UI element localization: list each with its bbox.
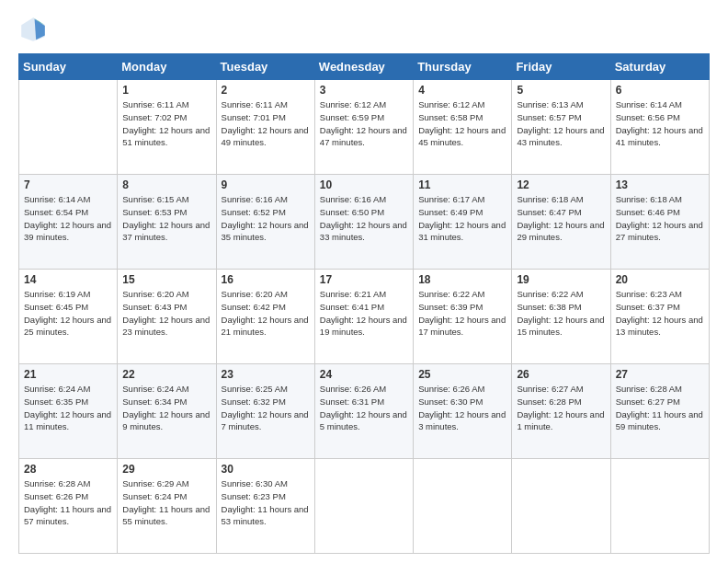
calendar-cell: 15Sunrise: 6:20 AMSunset: 6:43 PMDayligh… xyxy=(118,270,216,364)
cell-sun-info: Sunrise: 6:17 AMSunset: 6:49 PMDaylight:… xyxy=(418,193,506,244)
day-number: 26 xyxy=(517,368,605,381)
cell-sun-info: Sunrise: 6:26 AMSunset: 6:30 PMDaylight:… xyxy=(418,383,506,433)
calendar-cell: 10Sunrise: 6:16 AMSunset: 6:50 PMDayligh… xyxy=(314,175,413,270)
cell-sun-info: Sunrise: 6:26 AMSunset: 6:31 PMDaylight:… xyxy=(320,383,408,433)
day-number: 29 xyxy=(122,463,210,476)
calendar-cell: 3Sunrise: 6:12 AMSunset: 6:59 PMDaylight… xyxy=(314,80,413,175)
calendar-cell: 19Sunrise: 6:22 AMSunset: 6:38 PMDayligh… xyxy=(512,270,610,364)
calendar-cell: 16Sunrise: 6:20 AMSunset: 6:42 PMDayligh… xyxy=(216,270,314,364)
day-number: 4 xyxy=(418,84,506,97)
calendar-cell: 4Sunrise: 6:12 AMSunset: 6:58 PMDaylight… xyxy=(414,80,512,175)
calendar-cell: 27Sunrise: 6:28 AMSunset: 6:27 PMDayligh… xyxy=(610,364,709,459)
day-number: 25 xyxy=(418,368,506,381)
calendar-cell: 23Sunrise: 6:25 AMSunset: 6:32 PMDayligh… xyxy=(216,364,314,459)
cell-sun-info: Sunrise: 6:13 AMSunset: 6:57 PMDaylight:… xyxy=(517,98,605,149)
day-number: 16 xyxy=(222,273,310,286)
calendar-cell: 25Sunrise: 6:26 AMSunset: 6:30 PMDayligh… xyxy=(414,364,512,459)
cell-sun-info: Sunrise: 6:19 AMSunset: 6:45 PMDaylight:… xyxy=(24,288,112,339)
logo xyxy=(18,15,51,44)
day-number: 5 xyxy=(517,84,605,97)
calendar-week-1: 1Sunrise: 6:11 AMSunset: 7:02 PMDaylight… xyxy=(19,80,710,175)
cell-sun-info: Sunrise: 6:14 AMSunset: 6:54 PMDaylight:… xyxy=(24,193,112,244)
cell-sun-info: Sunrise: 6:22 AMSunset: 6:39 PMDaylight:… xyxy=(418,288,506,339)
day-number: 27 xyxy=(616,368,704,381)
cell-sun-info: Sunrise: 6:22 AMSunset: 6:38 PMDaylight:… xyxy=(517,288,605,339)
calendar-cell: 24Sunrise: 6:26 AMSunset: 6:31 PMDayligh… xyxy=(314,364,413,459)
day-number: 21 xyxy=(24,368,112,381)
cell-sun-info: Sunrise: 6:16 AMSunset: 6:50 PMDaylight:… xyxy=(320,193,408,244)
header-day-tuesday: Tuesday xyxy=(216,54,314,80)
calendar-week-4: 21Sunrise: 6:24 AMSunset: 6:35 PMDayligh… xyxy=(19,364,710,459)
cell-sun-info: Sunrise: 6:28 AMSunset: 6:27 PMDaylight:… xyxy=(616,383,704,433)
day-number: 24 xyxy=(320,368,408,381)
cell-sun-info: Sunrise: 6:12 AMSunset: 6:59 PMDaylight:… xyxy=(320,98,408,149)
calendar-cell: 7Sunrise: 6:14 AMSunset: 6:54 PMDaylight… xyxy=(19,175,118,270)
calendar-cell: 30Sunrise: 6:30 AMSunset: 6:23 PMDayligh… xyxy=(216,459,314,554)
day-number: 10 xyxy=(320,178,408,191)
day-number: 18 xyxy=(418,273,506,286)
day-number: 28 xyxy=(24,463,112,476)
calendar-cell: 1Sunrise: 6:11 AMSunset: 7:02 PMDaylight… xyxy=(118,80,216,175)
calendar-cell: 14Sunrise: 6:19 AMSunset: 6:45 PMDayligh… xyxy=(19,270,118,364)
calendar-week-2: 7Sunrise: 6:14 AMSunset: 6:54 PMDaylight… xyxy=(19,175,710,270)
page: SundayMondayTuesdayWednesdayThursdayFrid… xyxy=(0,0,728,563)
cell-sun-info: Sunrise: 6:30 AMSunset: 6:23 PMDaylight:… xyxy=(222,477,310,528)
calendar-cell: 9Sunrise: 6:16 AMSunset: 6:52 PMDaylight… xyxy=(216,175,314,270)
day-number: 22 xyxy=(122,368,210,381)
cell-sun-info: Sunrise: 6:29 AMSunset: 6:24 PMDaylight:… xyxy=(122,477,210,528)
cell-sun-info: Sunrise: 6:14 AMSunset: 6:56 PMDaylight:… xyxy=(616,98,704,149)
day-number: 20 xyxy=(616,273,704,286)
cell-sun-info: Sunrise: 6:12 AMSunset: 6:58 PMDaylight:… xyxy=(418,98,506,149)
cell-sun-info: Sunrise: 6:25 AMSunset: 6:32 PMDaylight:… xyxy=(222,383,310,433)
day-number: 13 xyxy=(616,178,704,191)
calendar-cell: 29Sunrise: 6:29 AMSunset: 6:24 PMDayligh… xyxy=(118,459,216,554)
calendar-cell xyxy=(414,459,512,554)
header-day-sunday: Sunday xyxy=(19,54,118,80)
calendar-cell: 26Sunrise: 6:27 AMSunset: 6:28 PMDayligh… xyxy=(512,364,610,459)
day-number: 30 xyxy=(222,463,310,476)
calendar-cell: 6Sunrise: 6:14 AMSunset: 6:56 PMDaylight… xyxy=(610,80,709,175)
calendar-week-5: 28Sunrise: 6:28 AMSunset: 6:26 PMDayligh… xyxy=(19,459,710,554)
calendar-week-3: 14Sunrise: 6:19 AMSunset: 6:45 PMDayligh… xyxy=(19,270,710,364)
cell-sun-info: Sunrise: 6:11 AMSunset: 7:01 PMDaylight:… xyxy=(222,98,310,149)
calendar-header-row: SundayMondayTuesdayWednesdayThursdayFrid… xyxy=(19,54,710,80)
header xyxy=(18,15,710,44)
day-number: 11 xyxy=(418,178,506,191)
cell-sun-info: Sunrise: 6:11 AMSunset: 7:02 PMDaylight:… xyxy=(122,98,210,149)
cell-sun-info: Sunrise: 6:15 AMSunset: 6:53 PMDaylight:… xyxy=(122,193,210,244)
day-number: 12 xyxy=(517,178,605,191)
day-number: 6 xyxy=(616,84,704,97)
calendar-cell: 13Sunrise: 6:18 AMSunset: 6:46 PMDayligh… xyxy=(610,175,709,270)
cell-sun-info: Sunrise: 6:20 AMSunset: 6:43 PMDaylight:… xyxy=(122,288,210,339)
day-number: 15 xyxy=(122,273,210,286)
cell-sun-info: Sunrise: 6:24 AMSunset: 6:35 PMDaylight:… xyxy=(24,383,112,433)
header-day-saturday: Saturday xyxy=(610,54,709,80)
calendar-cell: 20Sunrise: 6:23 AMSunset: 6:37 PMDayligh… xyxy=(610,270,709,364)
day-number: 19 xyxy=(517,273,605,286)
calendar-cell: 2Sunrise: 6:11 AMSunset: 7:01 PMDaylight… xyxy=(216,80,314,175)
cell-sun-info: Sunrise: 6:18 AMSunset: 6:47 PMDaylight:… xyxy=(517,193,605,244)
calendar-cell: 11Sunrise: 6:17 AMSunset: 6:49 PMDayligh… xyxy=(414,175,512,270)
day-number: 23 xyxy=(222,368,310,381)
cell-sun-info: Sunrise: 6:23 AMSunset: 6:37 PMDaylight:… xyxy=(616,288,704,339)
header-day-thursday: Thursday xyxy=(414,54,512,80)
day-number: 3 xyxy=(320,84,408,97)
day-number: 7 xyxy=(24,178,112,191)
calendar-cell xyxy=(512,459,610,554)
calendar-cell: 12Sunrise: 6:18 AMSunset: 6:47 PMDayligh… xyxy=(512,175,610,270)
day-number: 8 xyxy=(122,178,210,191)
calendar-cell: 5Sunrise: 6:13 AMSunset: 6:57 PMDaylight… xyxy=(512,80,610,175)
cell-sun-info: Sunrise: 6:20 AMSunset: 6:42 PMDaylight:… xyxy=(222,288,310,339)
day-number: 14 xyxy=(24,273,112,286)
calendar-cell: 17Sunrise: 6:21 AMSunset: 6:41 PMDayligh… xyxy=(314,270,413,364)
day-number: 9 xyxy=(222,178,310,191)
cell-sun-info: Sunrise: 6:16 AMSunset: 6:52 PMDaylight:… xyxy=(222,193,310,244)
cell-sun-info: Sunrise: 6:21 AMSunset: 6:41 PMDaylight:… xyxy=(320,288,408,339)
cell-sun-info: Sunrise: 6:24 AMSunset: 6:34 PMDaylight:… xyxy=(122,383,210,433)
header-day-wednesday: Wednesday xyxy=(314,54,413,80)
calendar-cell xyxy=(610,459,709,554)
calendar-cell: 8Sunrise: 6:15 AMSunset: 6:53 PMDaylight… xyxy=(118,175,216,270)
cell-sun-info: Sunrise: 6:28 AMSunset: 6:26 PMDaylight:… xyxy=(24,477,112,528)
calendar-cell: 18Sunrise: 6:22 AMSunset: 6:39 PMDayligh… xyxy=(414,270,512,364)
calendar-cell: 28Sunrise: 6:28 AMSunset: 6:26 PMDayligh… xyxy=(19,459,118,554)
